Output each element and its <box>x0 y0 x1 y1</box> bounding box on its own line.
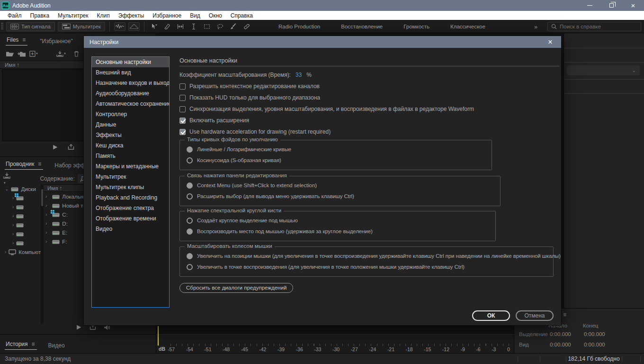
settings-nav-item[interactable]: Кеш диска <box>92 140 169 151</box>
workspace-overflow-chevron[interactable]: » <box>534 20 537 33</box>
time-selection-tool-button[interactable] <box>188 22 199 31</box>
radio-selected[interactable] <box>187 182 193 189</box>
healing-brush-tool-button[interactable] <box>242 22 252 31</box>
menu-item[interactable]: Эффекты <box>114 12 149 19</box>
tab-favorites[interactable]: "Избранное" <box>40 38 72 45</box>
chevron-right-icon[interactable]: › <box>5 249 6 255</box>
tab-video[interactable]: Видео <box>48 342 65 349</box>
right-panel-dropdown[interactable]: ⌄ <box>567 65 640 75</box>
settings-nav-item[interactable]: Контроллер <box>92 109 169 119</box>
preview-play-button[interactable] <box>52 144 58 150</box>
waveform-view-toggle[interactable] <box>114 22 125 31</box>
checkbox[interactable] <box>179 95 186 101</box>
settings-nav-item[interactable]: Playback and Recording <box>92 192 169 203</box>
settings-nav-item[interactable]: Внешний вид <box>92 67 169 78</box>
settings-nav-item[interactable]: Отображение спектра <box>92 203 169 213</box>
help-search-input[interactable]: Поиск в справке <box>547 22 641 31</box>
tab-history[interactable]: История ≡ <box>5 341 37 350</box>
tab-media-browser[interactable]: Проводник ≡ <box>5 161 43 170</box>
menu-item[interactable]: Клип <box>93 12 114 19</box>
dialog-titlebar[interactable]: Настройки × <box>84 36 561 48</box>
razor-tool-button[interactable] <box>162 22 172 31</box>
workspace-tab[interactable]: Классическое <box>440 24 496 29</box>
tree-item-drive[interactable]: › <box>0 202 41 211</box>
settings-nav-item[interactable]: Автоматическое сохранение <box>92 99 169 109</box>
zoom-factor-value[interactable]: 33 <box>295 72 302 78</box>
radio-selected[interactable] <box>187 253 193 259</box>
chevron-right-icon[interactable]: › <box>12 222 14 228</box>
spectral-view-toggle[interactable] <box>128 22 140 31</box>
chevron-right-icon[interactable]: › <box>45 239 47 244</box>
panel-menu-icon[interactable]: ≡ <box>38 161 41 167</box>
panel-menu-icon[interactable]: ≡ <box>22 36 26 43</box>
loop-playback-button[interactable] <box>68 144 74 150</box>
tree-item-drive[interactable]: › <box>0 211 41 220</box>
workspace-tab[interactable]: Восстановление <box>331 24 393 29</box>
workspace-tab[interactable]: Radio Production <box>268 24 331 29</box>
radio[interactable] <box>187 264 193 270</box>
import-file-button[interactable] <box>17 49 27 58</box>
tab-files[interactable]: Files ≡ <box>6 36 27 46</box>
tree-item-drive[interactable]: › <box>0 193 41 202</box>
marquee-selection-tool-button[interactable] <box>202 22 212 31</box>
restore-button[interactable] <box>600 0 622 11</box>
close-button[interactable]: × <box>622 0 644 11</box>
ok-button[interactable]: ОК <box>472 310 510 321</box>
reset-warning-dialogs-button[interactable]: Сбросить все диалоги предупреждений <box>179 283 293 293</box>
chevron-right-icon[interactable]: › <box>12 213 14 218</box>
radio[interactable] <box>187 218 193 224</box>
checkbox-checked[interactable] <box>179 129 186 135</box>
checkbox-checked[interactable] <box>179 118 186 124</box>
minimize-button[interactable] <box>579 0 600 11</box>
lasso-selection-tool-button[interactable] <box>215 22 225 31</box>
dialog-close-button[interactable]: × <box>545 38 555 46</box>
tree-item-drive[interactable]: › <box>0 220 41 229</box>
menu-item[interactable]: Справка <box>226 12 257 19</box>
chevron-right-icon[interactable]: › <box>45 230 47 235</box>
scrollbar-handle[interactable] <box>41 189 43 206</box>
settings-nav-item[interactable]: Отображение времени <box>92 213 169 224</box>
toolbar-grip[interactable] <box>1 23 3 30</box>
chevron-right-icon[interactable]: › <box>45 194 47 199</box>
radio[interactable] <box>187 157 193 164</box>
workspace-tab[interactable]: Громкость <box>393 24 440 29</box>
tree-item-computer[interactable]: › Компьютер <box>0 247 41 256</box>
chevron-right-icon[interactable]: › <box>12 231 14 237</box>
radio-selected[interactable] <box>187 228 193 235</box>
tree-item-drives[interactable]: ⌄ Диски <box>0 184 41 193</box>
menu-item[interactable]: Файл <box>3 12 26 19</box>
delete-button[interactable] <box>71 49 81 58</box>
paintbrush-tool-button[interactable] <box>228 22 239 31</box>
menu-item[interactable]: Мультитрек <box>54 12 92 19</box>
open-file-button[interactable] <box>5 49 15 58</box>
settings-nav-item[interactable]: Данные <box>92 119 169 130</box>
checkbox[interactable] <box>179 106 186 112</box>
settings-nav-item[interactable]: Маркеры и метаданные <box>92 161 169 172</box>
settings-nav-item[interactable]: Аудиооборудование <box>92 88 169 99</box>
multitrack-editor-button[interactable]: Мультитрек <box>58 22 105 31</box>
import-button[interactable]: ▾ <box>3 172 12 185</box>
settings-nav-item[interactable]: Видео <box>92 224 169 234</box>
menu-item[interactable]: Вид <box>186 12 205 19</box>
batch-export-button[interactable]: ▾ <box>56 49 66 58</box>
settings-nav-item[interactable]: Память <box>92 151 169 161</box>
chevron-right-icon[interactable]: › <box>45 203 47 208</box>
settings-nav-item[interactable]: Мультитрек клипы <box>92 182 169 192</box>
tree-item-drive[interactable]: › <box>0 229 41 238</box>
checkbox[interactable] <box>179 83 186 90</box>
chevron-right-icon[interactable]: › <box>45 221 47 226</box>
panel-menu-icon[interactable]: ≡ <box>32 341 35 347</box>
menu-item[interactable]: Правка <box>26 12 54 19</box>
radio-selected[interactable] <box>187 146 193 153</box>
menu-item[interactable]: Избранное <box>148 12 186 19</box>
waveform-editor-button[interactable]: Тип сигнала <box>6 22 55 31</box>
tree-item-drive[interactable]: › <box>0 238 41 247</box>
settings-nav-item[interactable]: Мультитрек <box>92 172 169 182</box>
levels-panel[interactable]: dB -57-54-51-48-45-42-39-36-33-30-27-24-… <box>156 334 514 353</box>
chevron-right-icon[interactable]: › <box>12 195 14 200</box>
cancel-button[interactable]: Отмена <box>516 310 554 321</box>
chevron-right-icon[interactable]: › <box>12 204 14 209</box>
chevron-right-icon[interactable]: › <box>12 240 14 246</box>
settings-nav-item[interactable]: Основные настройки <box>92 57 169 67</box>
preview-play-button[interactable] <box>76 324 82 330</box>
